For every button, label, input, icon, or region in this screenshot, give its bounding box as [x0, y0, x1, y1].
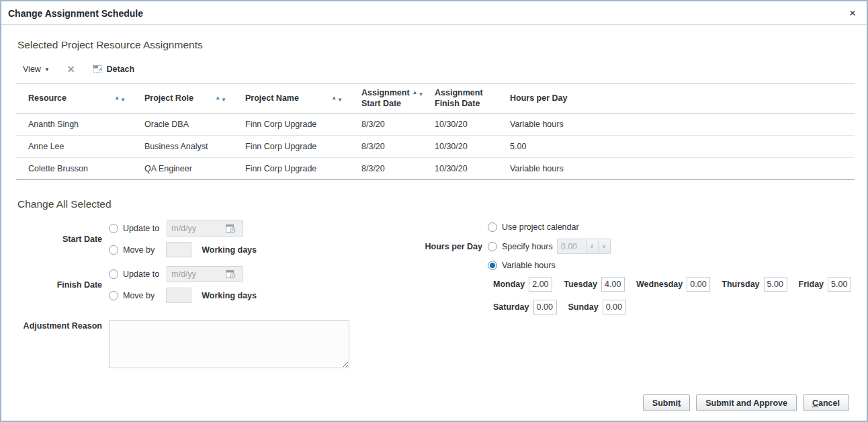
- table-row[interactable]: Colette Brusson QA Engineer Finn Corp Up…: [16, 158, 855, 180]
- sort-descending-icon[interactable]: ▼: [221, 97, 226, 103]
- start-update-to-label: Update to: [123, 224, 159, 233]
- cell-finish-date: 10/30/20: [423, 114, 498, 136]
- sort-icons[interactable]: ▲▼: [331, 93, 343, 104]
- column-label: Project Name: [245, 93, 299, 104]
- sort-ascending-icon[interactable]: ▲: [413, 89, 418, 95]
- adjustment-reason-textarea[interactable]: [109, 320, 349, 368]
- change-form: Start Date Update to: [17, 220, 867, 368]
- adjustment-reason-label: Adjustment Reason: [17, 320, 109, 368]
- hours-per-day-label: Hours per Day: [410, 242, 488, 251]
- adjustment-reason-group: Adjustment Reason: [17, 320, 394, 368]
- start-date-field: [167, 220, 243, 237]
- start-date-label: Start Date: [17, 235, 109, 244]
- assignments-heading: Selected Project Resource Assignments: [17, 39, 867, 51]
- finish-update-to-radio[interactable]: [109, 269, 118, 279]
- column-label: Project Role: [144, 93, 193, 104]
- cell-finish-date: 10/30/20: [423, 136, 498, 158]
- dialog-title: Change Assignment Schedule: [8, 8, 143, 19]
- cell-project-name: Finn Corp Upgrade: [233, 114, 349, 136]
- variable-hours-days: Monday Tuesday Wednesday Thursday Friday: [493, 277, 863, 314]
- sunday-label: Sunday: [568, 302, 599, 312]
- finish-date-label: Finish Date: [17, 280, 109, 290]
- finish-move-by-radio[interactable]: [109, 291, 118, 300]
- specify-hours-input[interactable]: [557, 239, 587, 254]
- tuesday-input[interactable]: [601, 277, 625, 292]
- column-header-resource[interactable]: Resource ▲▼: [16, 84, 132, 114]
- view-menu[interactable]: View ▼: [23, 65, 50, 74]
- assignments-table: Resource ▲▼ Project Role ▲▼ Project Name…: [16, 83, 855, 180]
- submit-and-approve-button[interactable]: Submit and Approve: [696, 394, 797, 411]
- close-icon[interactable]: ×: [849, 7, 856, 19]
- sort-ascending-icon[interactable]: ▲: [215, 95, 220, 101]
- detach-button[interactable]: Detach: [93, 64, 135, 75]
- column-header-assignment-start-date[interactable]: Assignment Start Date ▲▼: [349, 84, 423, 114]
- column-label: Resource: [28, 93, 67, 104]
- specify-hours-spinbox: ∧ ∨: [557, 239, 611, 254]
- deselect-icon[interactable]: ✕: [67, 64, 75, 75]
- cell-project-role: Business Analyst: [132, 136, 233, 158]
- cell-resource: Ananth Singh: [16, 114, 132, 136]
- specify-hours-label: Specify hours: [502, 242, 553, 251]
- start-move-by-input[interactable]: [166, 242, 191, 257]
- sort-icons[interactable]: ▲▼: [215, 93, 226, 104]
- sort-icons[interactable]: ▲▼: [114, 93, 126, 104]
- start-date-input[interactable]: [167, 224, 222, 233]
- table-row[interactable]: Anne Lee Business Analyst Finn Corp Upgr…: [16, 136, 855, 158]
- start-update-to-radio[interactable]: [109, 224, 118, 233]
- start-move-by-label: Move by: [123, 245, 155, 255]
- wednesday-label: Wednesday: [636, 280, 683, 289]
- column-header-assignment-finish-date[interactable]: Assignment Finish Date: [423, 84, 498, 114]
- specify-hours-radio[interactable]: [488, 242, 497, 251]
- submit-button[interactable]: Submit: [643, 394, 690, 411]
- column-label: Assignment Start Date: [361, 88, 410, 109]
- start-date-group: Start Date Update to: [17, 220, 394, 257]
- finish-date-field: [167, 266, 243, 282]
- finish-update-to-label: Update to: [123, 269, 159, 279]
- finish-move-by-input[interactable]: [166, 288, 191, 303]
- start-move-by-radio[interactable]: [109, 245, 118, 255]
- cell-resource: Anne Lee: [16, 136, 132, 158]
- sort-descending-icon[interactable]: ▼: [418, 91, 423, 97]
- table-row[interactable]: Ananth Singh Oracle DBA Finn Corp Upgrad…: [16, 114, 855, 136]
- calendar-icon[interactable]: [222, 269, 238, 279]
- sort-ascending-icon[interactable]: ▲: [331, 95, 337, 101]
- column-header-hours-per-day[interactable]: Hours per Day: [498, 84, 855, 114]
- column-header-project-role[interactable]: Project Role ▲▼: [132, 84, 233, 114]
- cell-hours-per-day: Variable hours: [498, 114, 855, 136]
- cancel-button[interactable]: Cancel: [803, 394, 849, 411]
- detach-icon: [93, 64, 103, 75]
- dialog-titlebar: Change Assignment Schedule ×: [1, 1, 867, 25]
- column-header-project-name[interactable]: Project Name ▲▼: [233, 84, 349, 114]
- change-all-heading: Change All Selected: [17, 198, 867, 210]
- cell-resource: Colette Brusson: [16, 158, 132, 180]
- monday-input[interactable]: [529, 277, 552, 292]
- friday-label: Friday: [799, 280, 824, 289]
- finish-move-by-label: Move by: [123, 291, 155, 300]
- sort-descending-icon[interactable]: ▼: [120, 97, 126, 103]
- calendar-icon[interactable]: [222, 224, 238, 233]
- table-header-row: Resource ▲▼ Project Role ▲▼ Project Name…: [16, 84, 855, 114]
- dates-column: Start Date Update to: [17, 220, 394, 368]
- sort-ascending-icon[interactable]: ▲: [114, 95, 120, 101]
- use-project-calendar-radio[interactable]: [488, 222, 497, 232]
- finish-date-input[interactable]: [167, 269, 222, 279]
- sort-icons[interactable]: ▲▼: [413, 88, 424, 99]
- monday-label: Monday: [493, 280, 525, 289]
- wednesday-input[interactable]: [687, 277, 710, 292]
- friday-input[interactable]: [828, 277, 851, 292]
- variable-hours-radio[interactable]: [488, 261, 497, 270]
- sunday-input[interactable]: [603, 300, 626, 314]
- thursday-input[interactable]: [764, 277, 787, 292]
- chevron-down-icon: ▼: [44, 67, 50, 73]
- start-working-days-label: Working days: [202, 245, 257, 255]
- detach-label: Detach: [107, 65, 135, 74]
- spin-down-icon[interactable]: ∨: [599, 239, 611, 254]
- view-menu-label: View: [23, 65, 41, 74]
- cell-project-name: Finn Corp Upgrade: [233, 158, 349, 180]
- cell-start-date: 8/3/20: [349, 114, 423, 136]
- sort-descending-icon[interactable]: ▼: [337, 97, 343, 103]
- saturday-input[interactable]: [533, 300, 557, 314]
- column-label: Hours per Day: [510, 93, 567, 104]
- spin-up-icon[interactable]: ∧: [587, 239, 599, 254]
- finish-working-days-label: Working days: [202, 291, 257, 300]
